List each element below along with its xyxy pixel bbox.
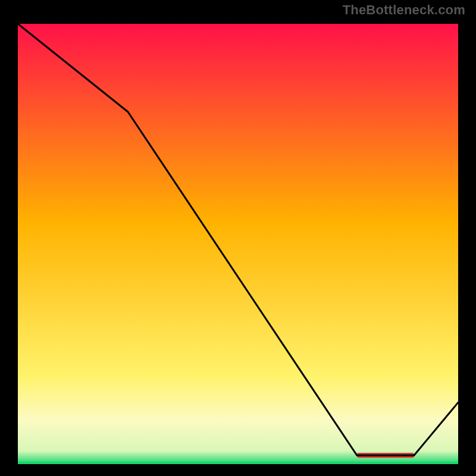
plot-area [12,18,464,470]
watermark-text: TheBottleneck.com [343,2,465,18]
chart-svg [12,18,464,470]
green-base-strip [18,462,458,464]
gradient-background [18,24,458,464]
chart-frame: TheBottleneck.com [0,0,476,476]
